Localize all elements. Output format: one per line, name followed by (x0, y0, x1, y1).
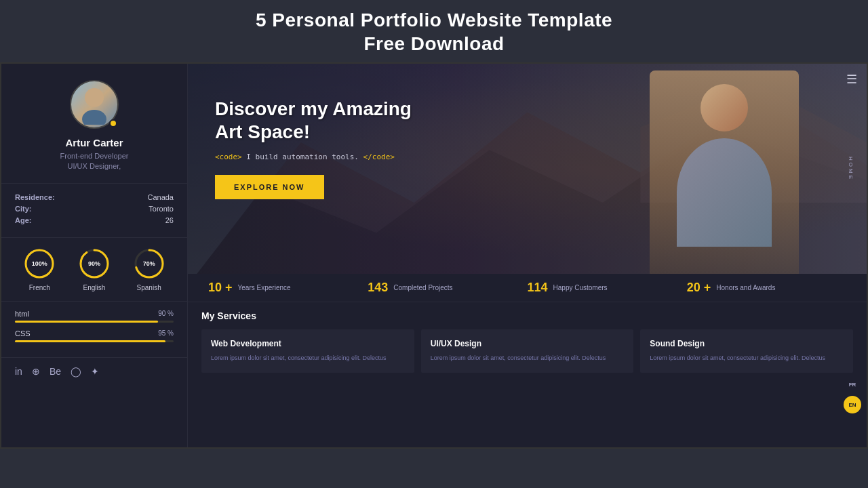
stats-bar: 10 + Years Experience 143 Completed Proj… (188, 274, 867, 302)
info-row-residence: Residence: Canada (15, 193, 174, 201)
lang-circle-french: 100% (23, 247, 56, 280)
stat-awards-label: Honors and Awards (716, 283, 775, 292)
stat-awards-number: 20 + (687, 281, 711, 295)
hero-section: ☰ HOME Discover my Amazing Art Space! <c… (188, 64, 867, 274)
service-sound-text: Lorem ipsum dolor sit amet, consectetur … (650, 354, 844, 363)
lang-pct-spanish: 70% (143, 260, 155, 267)
services-grid: Web Development Lorem ipsum dolor sit am… (201, 329, 853, 373)
service-uiux-title: UI/UX Design (431, 339, 625, 348)
linkedin-icon[interactable]: in (15, 366, 22, 377)
avatar-svg (74, 84, 115, 125)
stat-awards: 20 + Honors and Awards (687, 281, 846, 295)
service-webdev-title: Web Development (211, 339, 405, 348)
sidebar-profile: Artur Carter Front-end Developer UI/UX D… (1, 64, 187, 184)
stat-years-label: Years Experience (238, 283, 291, 292)
twitter-icon[interactable]: ✦ (91, 366, 99, 377)
stat-years-number: 10 + (208, 281, 233, 295)
age-label: Age: (15, 216, 31, 224)
service-card-sound: Sound Design Lorem ipsum dolor sit amet,… (640, 329, 853, 373)
lang-circle-spanish: 70% (133, 247, 165, 280)
sidebar-info: Residence: Canada City: Toronto Age: 26 (1, 184, 187, 238)
avatar-status-dot (109, 119, 117, 127)
stat-customers: 114 Happy Customers (528, 281, 687, 295)
avatar-wrapper (70, 80, 119, 129)
behance-icon[interactable]: Be (50, 366, 61, 377)
skill-css: CSS 95 % (15, 329, 174, 342)
skill-css-bar (15, 340, 165, 342)
skill-html-bar (15, 321, 158, 323)
skill-html: html 90 % (15, 310, 174, 323)
person-body (677, 138, 772, 247)
lang-item-english: 90% English (78, 247, 111, 291)
lang-pct-english: 90% (88, 260, 100, 267)
lang-btn-en[interactable]: EN (844, 396, 861, 413)
city-value: Toronto (149, 205, 174, 213)
residence-label: Residence: (15, 193, 55, 201)
social-section: in ⊕ Be ◯ ✦ (1, 358, 187, 385)
profile-role: Front-end Developer UI/UX Designer, (60, 151, 129, 172)
hero-subtext: <code> I build automation tools. </code> (215, 152, 412, 161)
lang-circle-english: 90% (78, 247, 111, 280)
hero-text: Discover my Amazing Art Space! <code> I … (215, 98, 412, 199)
lang-label-spanish: Spanish (137, 284, 161, 291)
services-section: My Services Web Development Lorem ipsum … (188, 302, 867, 447)
services-title: My Services (201, 310, 853, 321)
sidebar: Artur Carter Front-end Developer UI/UX D… (1, 64, 188, 447)
stat-years: 10 + Years Experience (208, 281, 368, 295)
skills-section: html 90 % CSS 95 % (1, 302, 187, 358)
skill-html-pct: 90 % (158, 310, 174, 318)
age-value: 26 (165, 216, 174, 224)
language-section: 100% French 90% English (1, 238, 187, 302)
stat-customers-label: Happy Customers (553, 283, 608, 292)
person-head (701, 84, 748, 131)
lang-pct-french: 100% (32, 260, 47, 267)
hero-person-image (650, 70, 799, 274)
service-uiux-text: Lorem ipsum dolor sit amet, consectetur … (431, 354, 625, 363)
title-line1: 5 Personal Portfolio Website Template (256, 9, 612, 30)
service-webdev-text: Lorem ipsum dolor sit amet, consectetur … (211, 354, 405, 363)
lang-label-french: French (29, 284, 50, 291)
hamburger-menu[interactable]: ☰ (846, 72, 857, 87)
city-label: City: (15, 205, 31, 213)
service-card-uiux: UI/UX Design Lorem ipsum dolor sit amet,… (421, 329, 634, 373)
lang-item-french: 100% French (23, 247, 56, 291)
stat-projects: 143 Completed Projects (368, 281, 527, 295)
title-line2: Free Download (363, 33, 504, 54)
residence-value: Canada (147, 193, 174, 201)
skill-css-pct: 95 % (158, 329, 174, 338)
main-wrapper: Artur Carter Front-end Developer UI/UX D… (0, 62, 868, 449)
stat-customers-number: 114 (528, 281, 548, 295)
service-sound-title: Sound Design (650, 339, 844, 348)
stat-projects-number: 143 (368, 281, 388, 295)
web-icon[interactable]: ⊕ (32, 366, 40, 377)
main-content: ☰ HOME Discover my Amazing Art Space! <c… (188, 64, 867, 447)
lang-btn-fr[interactable]: FR (844, 375, 861, 393)
hero-heading: Discover my Amazing Art Space! (215, 98, 412, 143)
svg-point-0 (85, 88, 104, 107)
github-icon[interactable]: ◯ (71, 366, 81, 377)
lang-item-spanish: 70% Spanish (133, 247, 165, 291)
skill-css-name: CSS (15, 329, 31, 338)
info-row-age: Age: 26 (15, 216, 174, 224)
stat-projects-label: Completed Projects (393, 283, 452, 292)
home-vertical-label: HOME (848, 157, 854, 181)
lang-label-english: English (83, 284, 106, 291)
lang-switcher: FR EN (844, 375, 861, 413)
skill-html-name: html (15, 310, 29, 318)
service-card-webdev: Web Development Lorem ipsum dolor sit am… (201, 329, 414, 373)
explore-button[interactable]: EXPLORE NOW (215, 175, 324, 199)
svg-point-1 (82, 110, 106, 125)
info-row-city: City: Toronto (15, 205, 174, 213)
profile-name: Artur Carter (65, 137, 123, 148)
title-bar: 5 Personal Portfolio Website Template Fr… (0, 0, 868, 62)
